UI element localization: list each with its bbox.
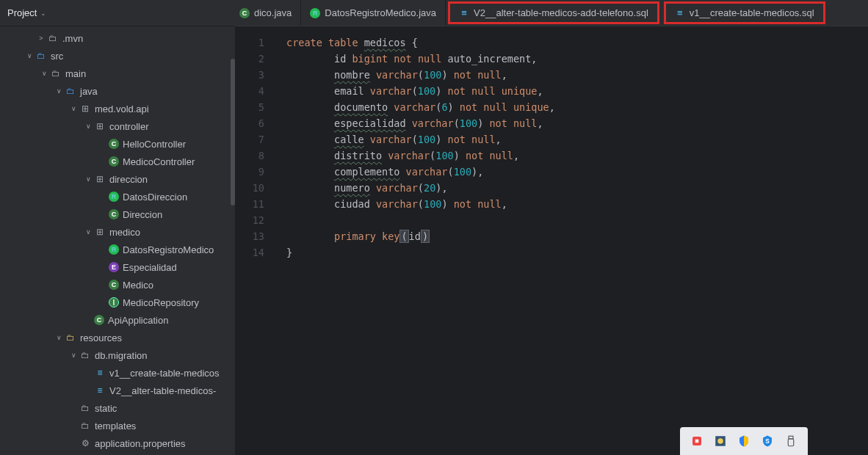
shield-icon[interactable] (737, 434, 751, 448)
line-number: 3 (235, 67, 264, 83)
file-icon: C (94, 315, 104, 325)
file-icon: 🗀 (65, 332, 76, 343)
tree-label: MedicoRepository (123, 297, 199, 308)
tab-v2sql[interactable]: ≡V2__alter-table-medicos-add-telefono.sq… (448, 1, 659, 24)
tree-hello[interactable]: CHelloController (0, 135, 235, 153)
tree-medicocontroller[interactable]: CMedicoController (0, 153, 235, 170)
line-number: 7 (235, 131, 264, 148)
tab-file-icon: R (310, 8, 320, 18)
tree-label: Direccion (123, 209, 162, 220)
tree-pkg-direccion[interactable]: ∨⊞direccion (0, 170, 235, 188)
tree-templates[interactable]: 🗀templates (0, 417, 235, 434)
scrollbar[interactable] (231, 59, 235, 205)
tree-label: Especialidad (123, 262, 177, 273)
file-icon: C (109, 209, 119, 219)
line-number: 14 (235, 244, 264, 261)
tree-direccion[interactable]: CDireccion (0, 205, 235, 223)
tree-resources[interactable]: ∨🗀resources (0, 329, 235, 346)
tree-mvn[interactable]: >🗀.mvn (0, 29, 235, 47)
tree-label: db.migration (95, 350, 148, 361)
code-area[interactable]: 1234567891011121314 create table medicos… (235, 26, 868, 455)
tree-arrow-icon[interactable]: ∨ (53, 334, 65, 341)
tab-v1sql[interactable]: ≡v1__create-table-medicos.sql (664, 1, 825, 24)
file-icon: E (109, 262, 119, 272)
tree-arrow-icon[interactable]: > (35, 34, 47, 42)
tree-especialidad[interactable]: EEspecialidad (0, 258, 235, 276)
tab-file-icon: ≡ (459, 8, 469, 18)
line-number: 1 (235, 34, 264, 51)
taskbar: S (680, 427, 808, 455)
file-icon: ⊞ (79, 103, 91, 114)
tree-arrow-icon[interactable]: ∨ (82, 228, 94, 236)
tree-label: v1__create-table-medicos (109, 368, 220, 379)
tree-medico[interactable]: CMedico (0, 276, 235, 294)
taskbar-icon-1[interactable] (690, 434, 704, 448)
file-icon: ⚙ (79, 437, 91, 449)
tree-arrow-icon[interactable]: ∨ (53, 87, 65, 95)
tree-pkg-medico[interactable]: ∨⊞medico (0, 223, 235, 241)
file-icon: R (109, 192, 119, 202)
tree-arrow-icon[interactable]: ∨ (38, 70, 50, 77)
line-number: 13 (235, 228, 264, 244)
file-icon: 🗀 (50, 68, 62, 79)
sidebar-title: Project (7, 7, 37, 18)
tree-static[interactable]: 🗀static (0, 399, 235, 417)
tree-java[interactable]: ∨🗀java (0, 82, 235, 100)
tree-src[interactable]: ∨🗀src (0, 47, 235, 65)
tree-label: med.vold.api (95, 103, 149, 114)
tree-label: java (80, 86, 98, 97)
tree-label: static (95, 403, 117, 414)
tree-arrow-icon[interactable]: ∨ (68, 352, 79, 359)
line-number: 2 (235, 51, 264, 67)
tree-datosdireccion[interactable]: RDatosDireccion (0, 188, 235, 205)
tree-label: resources (80, 332, 122, 343)
sidebar-header[interactable]: Project ⌄ (0, 0, 235, 26)
tree-apiapp[interactable]: CApiApplication (0, 311, 235, 329)
tab-label: V2__alter-table-medicos-add-telefono.sql (474, 7, 648, 18)
tree-repo[interactable]: IMedicoRepository (0, 294, 235, 311)
tree-label: main (65, 68, 86, 79)
svg-rect-1 (695, 440, 699, 443)
tree-arrow-icon[interactable]: ∨ (82, 123, 94, 130)
tree-arrow-icon[interactable]: ∨ (68, 105, 79, 112)
tab-file-icon: C (239, 8, 250, 18)
tree-datosregistro[interactable]: RDatosRegistroMedico (0, 241, 235, 258)
tree-label: DatosDireccion (123, 192, 187, 203)
tree-main[interactable]: ∨🗀main (0, 65, 235, 82)
file-icon: 🗀 (35, 50, 47, 62)
file-icon: C (109, 156, 119, 167)
tab-label: dico.java (254, 7, 292, 18)
line-number: 9 (235, 164, 264, 180)
editor-pane: Cdico.javaRDatosRegistroMedico.java≡V2__… (235, 0, 868, 455)
svg-text:S: S (765, 438, 770, 445)
tree-arrow-icon[interactable]: ∨ (23, 52, 35, 59)
file-icon: 🗀 (79, 402, 91, 414)
tab-dico[interactable]: Cdico.java (235, 0, 301, 26)
taskbar-icon-4[interactable]: S (761, 434, 774, 448)
file-icon: ≡ (94, 367, 106, 379)
file-icon: C (109, 139, 119, 149)
file-icon: R (109, 244, 119, 255)
line-number: 8 (235, 148, 264, 164)
tab-label: v1__create-table-medicos.sql (690, 7, 814, 18)
line-number: 11 (235, 196, 264, 212)
file-icon: ⊞ (94, 120, 106, 132)
tree-dbmigration[interactable]: ∨🗀db.migration (0, 346, 235, 364)
tree-v1sql[interactable]: ≡v1__create-table-medicos (0, 364, 235, 382)
file-icon: ⊞ (94, 173, 106, 185)
code-content[interactable]: create table medicos { id bigint not nul… (275, 26, 868, 455)
tree-appprops[interactable]: ⚙application.properties (0, 434, 235, 452)
tree-v2sql[interactable]: ≡V2__alter-table-medicos- (0, 382, 235, 399)
tree-pkg-api[interactable]: ∨⊞med.vold.api (0, 100, 235, 117)
tree-label: MedicoController (123, 156, 195, 167)
line-number: 6 (235, 115, 264, 131)
usb-icon[interactable] (784, 434, 798, 448)
tree-pkg-controller[interactable]: ∨⊞controller (0, 117, 235, 135)
tree-label: V2__alter-table-medicos- (109, 385, 216, 396)
line-number: 5 (235, 99, 264, 115)
tree-arrow-icon[interactable]: ∨ (82, 175, 94, 183)
taskbar-icon-2[interactable] (714, 434, 727, 448)
file-icon: 🗀 (79, 349, 91, 361)
project-tree[interactable]: >🗀.mvn∨🗀src∨🗀main∨🗀java∨⊞med.vold.api∨⊞c… (0, 26, 235, 455)
tab-datosregistro[interactable]: RDatosRegistroMedico.java (301, 0, 446, 26)
